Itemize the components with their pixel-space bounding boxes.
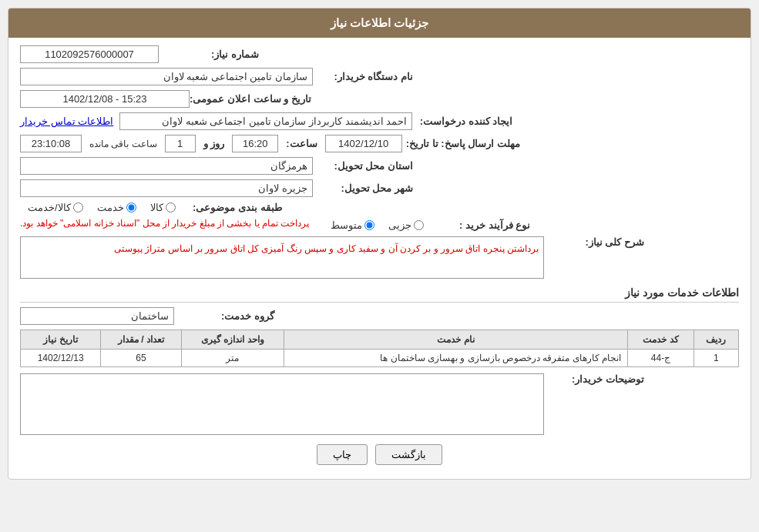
city-value: جزیره لاوان: [20, 179, 313, 197]
col-row: ردیف: [694, 330, 738, 350]
service-group-label: گروه خدمت:: [174, 310, 274, 322]
date-label: تاریخ و ساعت اعلان عمومی:: [190, 93, 311, 105]
category-option-kala-khedmat: کالا/خدمت: [28, 202, 83, 213]
date-row: تاریخ و ساعت اعلان عمومی: 1402/12/08 - 1…: [20, 90, 739, 108]
buyer-notes-box: [20, 373, 544, 435]
page-header: جزئیات اطلاعات نیاز: [8, 8, 751, 38]
deadline-time-label: ساعت:: [286, 138, 317, 149]
province-label: استان محل تحویل:: [313, 160, 413, 172]
process-option-motavaset: متوسط: [331, 219, 374, 231]
category-radio-khedmat[interactable]: [126, 202, 136, 212]
process-radio-motavaset[interactable]: [364, 220, 374, 230]
category-label-kala-khedmat: کالا/خدمت: [28, 202, 71, 213]
province-row: استان محل تحویل: هرمزگان: [20, 157, 739, 175]
need-number-value: 1102092576000007: [20, 45, 159, 63]
process-label: نوع فرآیند خرید :: [430, 219, 530, 231]
service-group-value: ساختمان: [20, 307, 174, 325]
category-option-khedmat: خدمت: [97, 202, 136, 213]
buyer-org-label: نام دستگاه خریدار:: [313, 71, 413, 82]
cell-name: انجام کارهای متفرقه درخصوص بازسازی و بهس…: [284, 350, 628, 367]
buttons-row: بازگشت چاپ: [20, 444, 739, 465]
creator-row: ایجاد کننده درخواست: احمد اندیشمند کاربر…: [20, 112, 739, 130]
cell-unit: متر: [181, 350, 284, 367]
description-label: شرح کلی نیاز:: [544, 236, 644, 248]
category-label: طبقه بندی موضوعی:: [182, 202, 282, 213]
buyer-notes-label: توضیحات خریدار:: [544, 373, 644, 385]
table-row: 1 ج-44 انجام کارهای متفرقه درخصوص بازساز…: [21, 350, 739, 367]
deadline-date: 1402/12/10: [325, 135, 402, 152]
date-value: 1402/12/08 - 15:23: [20, 90, 190, 108]
buyer-org-row: نام دستگاه خریدار: سازمان تامین اجتماعی …: [20, 68, 739, 85]
process-option-jozei: جزیی: [388, 219, 424, 231]
col-date: تاریخ نیاز: [21, 330, 101, 350]
services-table: ردیف کد خدمت نام خدمت واحد اندازه گیری ت…: [20, 330, 739, 367]
process-label-jozei: جزیی: [388, 219, 411, 231]
province-value: هرمزگان: [20, 157, 313, 175]
creator-label: ایجاد کننده درخواست:: [412, 115, 512, 127]
category-option-kala: کالا: [150, 202, 176, 213]
buyer-org-value: سازمان تامین اجتماعی شعبه لاوان: [20, 68, 313, 85]
deadline-time: 16:20: [232, 135, 278, 152]
description-value: برداشتن پنجره اتاق سرور و بر کردن آن و س…: [114, 243, 539, 254]
table-header-row: ردیف کد خدمت نام خدمت واحد اندازه گیری ت…: [21, 330, 739, 350]
cell-row: 1: [694, 350, 738, 367]
city-row: شهر محل تحویل: جزیره لاوان: [20, 179, 739, 197]
deadline-row: مهلت ارسال پاسخ: تا تاریخ: 1402/12/10 سا…: [20, 135, 739, 152]
city-label: شهر محل تحویل:: [313, 182, 413, 194]
process-warning: پرداخت تمام یا بخشی از مبلغ خریدار از مح…: [20, 218, 309, 229]
cell-date: 1402/12/13: [21, 350, 101, 367]
col-unit: واحد اندازه گیری: [181, 330, 284, 350]
need-number-row: شماره نیاز: 1102092576000007: [20, 45, 739, 63]
process-radio-jozei[interactable]: [414, 220, 424, 230]
creator-value: احمد اندیشمند کاربرداز سازمان تامین اجتم…: [119, 112, 412, 130]
category-label-khedmat: خدمت: [97, 202, 124, 213]
time-left: 23:10:08: [20, 135, 82, 152]
category-label-kala: کالا: [150, 202, 163, 213]
cell-code: ج-44: [628, 350, 694, 367]
category-radio-kala-khedmat[interactable]: [73, 202, 83, 212]
back-button[interactable]: بازگشت: [375, 444, 442, 465]
page-title: جزئیات اطلاعات نیاز: [331, 16, 428, 29]
category-radio-kala[interactable]: [166, 202, 176, 212]
col-name: نام خدمت: [284, 330, 628, 350]
process-row: نوع فرآیند خرید : جزیی متوسط پرداخت تمام…: [20, 218, 739, 232]
description-row: شرح کلی نیاز: برداشتن پنجره اتاق سرور و …: [20, 236, 739, 279]
deadline-label: مهلت ارسال پاسخ: تا تاریخ:: [406, 138, 520, 149]
description-box: برداشتن پنجره اتاق سرور و بر کردن آن و س…: [20, 236, 544, 279]
need-number-label: شماره نیاز:: [159, 49, 259, 60]
cell-count: 65: [101, 350, 181, 367]
category-row: طبقه بندی موضوعی: کالا خدمت کالا/خدمت: [20, 202, 739, 213]
buyer-notes-row: توضیحات خریدار:: [20, 373, 739, 435]
services-section-title: اطلاعات خدمات مورد نیاز: [20, 286, 739, 303]
process-label-motavaset: متوسط: [331, 219, 362, 231]
days-value: 1: [165, 135, 196, 152]
service-group-row: گروه خدمت: ساختمان: [20, 307, 739, 325]
col-code: کد خدمت: [628, 330, 694, 350]
print-button[interactable]: چاپ: [317, 444, 368, 465]
contact-link[interactable]: اطلاعات تماس خریدار: [20, 115, 113, 127]
days-label: روز و: [203, 138, 225, 149]
col-count: تعداد / مقدار: [101, 330, 181, 350]
time-left-label: ساعت باقی مانده: [89, 139, 157, 149]
